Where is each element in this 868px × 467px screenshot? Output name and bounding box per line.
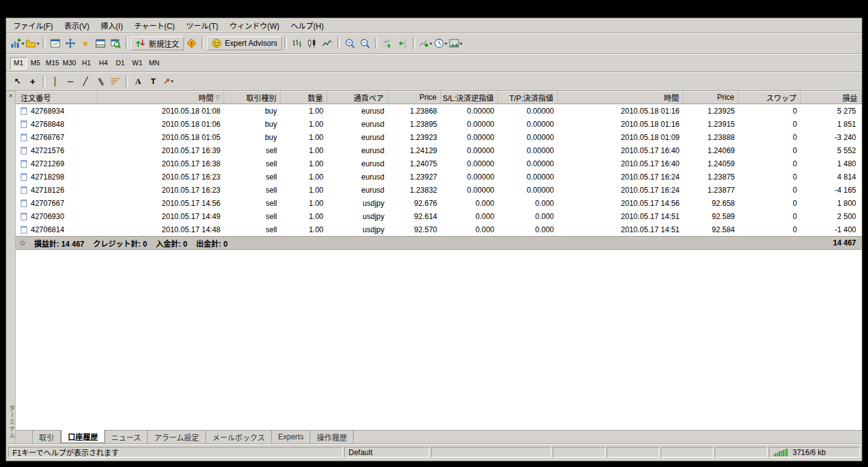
indicators-button[interactable]: ▾	[418, 36, 433, 50]
timeframe-button[interactable]: W1	[129, 57, 146, 69]
new-chart-button[interactable]: ▾	[10, 36, 25, 50]
stop-loss: 0.000	[441, 212, 498, 221]
timeframe-button[interactable]: M1	[10, 57, 27, 69]
table-row[interactable]: 42718298 2010.05.17 16:23 sell 1.00 euru…	[16, 170, 862, 183]
menu-item[interactable]: 挿入(I)	[95, 18, 128, 33]
horizontal-line-button[interactable]: ─	[63, 75, 78, 89]
table-row[interactable]: 42768934 2010.05.18 01:08 buy 1.00 eurus…	[16, 104, 862, 117]
column-take-profit[interactable]: T/P:決済指値	[498, 91, 558, 104]
column-open-time[interactable]: 時間▽	[97, 91, 224, 104]
table-row[interactable]: 42768767 2010.05.18 01:05 buy 1.00 eurus…	[16, 131, 862, 144]
toolbar-separator	[202, 38, 204, 49]
zoom-in-button[interactable]	[342, 36, 357, 50]
symbol: eurusd	[327, 107, 388, 115]
column-symbol[interactable]: 通貨ペア	[327, 91, 388, 104]
open-time: 2010.05.17 16:38	[97, 159, 224, 168]
lot-size: 1.00	[281, 199, 327, 208]
text-button[interactable]: A	[131, 75, 146, 89]
timeframe-button[interactable]: M15	[44, 57, 61, 69]
cursor-icon: ↖	[14, 77, 21, 85]
terminal-grip: × ターミナル	[6, 91, 16, 443]
stop-loss: 0.00000	[441, 159, 498, 168]
expert-advisors-label: Expert Advisors	[225, 39, 277, 48]
timeframe-button[interactable]: MN	[146, 57, 163, 69]
zoom-out-icon	[360, 38, 370, 48]
zoom-out-button[interactable]	[357, 36, 372, 50]
menu-item[interactable]: ツール(T)	[180, 18, 224, 33]
vertical-line-button[interactable]: │	[48, 75, 63, 89]
column-type[interactable]: 取引種別	[224, 91, 281, 104]
terminal-tab[interactable]: Experts	[272, 431, 311, 443]
metaeditor-button[interactable]: !	[184, 36, 199, 50]
column-swap[interactable]: スワップ	[739, 91, 801, 104]
candlestick-button[interactable]	[305, 36, 320, 50]
timeframe-button[interactable]: H1	[78, 57, 95, 69]
market-watch-button[interactable]	[48, 36, 63, 50]
column-profit[interactable]: 損益	[801, 91, 862, 104]
terminal-tab[interactable]: ニュース	[105, 431, 148, 443]
menu-item[interactable]: 表示(V)	[58, 18, 95, 33]
trendline-button[interactable]: ╱	[78, 75, 93, 89]
chart-shift-button[interactable]	[395, 36, 410, 50]
periods-button[interactable]: ▾	[433, 36, 448, 50]
metaeditor-icon: !	[187, 38, 197, 48]
bar-chart-button[interactable]	[290, 36, 305, 50]
menu-item[interactable]: ファイル(F)	[8, 18, 58, 33]
terminal-tab[interactable]: メールボックス	[206, 431, 272, 443]
new-order-button[interactable]: 新規注文	[131, 36, 184, 50]
order-number: 42721269	[31, 159, 64, 168]
table-row[interactable]: 42706814 2010.05.17 14:48 sell 1.00 usdj…	[16, 223, 862, 236]
column-size[interactable]: 数量	[281, 91, 327, 104]
menu-item[interactable]: チャート(C)	[129, 18, 181, 33]
status-profile[interactable]: Default	[344, 447, 430, 458]
data-window-icon	[65, 38, 75, 48]
table-row[interactable]: 42721269 2010.05.17 16:38 sell 1.00 euru…	[16, 157, 862, 170]
withdrawal-label: 出金計: 0	[196, 238, 227, 249]
menu-item[interactable]: ウィンドウ(W)	[224, 18, 285, 33]
timeframe-button[interactable]: H4	[95, 57, 112, 69]
table-row[interactable]: 42768848 2010.05.18 01:06 buy 1.00 eurus…	[16, 117, 862, 131]
symbol: usdjpy	[327, 212, 388, 221]
column-close-time[interactable]: 時間	[558, 91, 683, 104]
trade-type: sell	[224, 212, 281, 221]
arrows-button[interactable]: ↗ ▾	[161, 75, 176, 89]
timeframe-button[interactable]: D1	[112, 57, 129, 69]
templates-button[interactable]: ▾	[448, 36, 463, 50]
column-stop-loss[interactable]: S/L:決済逆指値	[441, 91, 498, 104]
expert-advisors-button[interactable]: Expert Advisors	[207, 36, 282, 50]
timeframe-button[interactable]: M5	[27, 57, 44, 69]
summary-icon: ⊙	[19, 239, 25, 247]
auto-scroll-button[interactable]	[380, 36, 395, 50]
menu-item[interactable]: ヘルプ(H)	[285, 18, 330, 33]
table-row[interactable]: 42721576 2010.05.17 16:39 sell 1.00 euru…	[16, 144, 862, 157]
terminal-tab[interactable]: アラーム設定	[148, 431, 206, 443]
crosshair-button[interactable]: +	[25, 75, 40, 89]
terminal-close-button[interactable]: ×	[7, 92, 14, 100]
text-label-button[interactable]: T	[146, 75, 161, 89]
table-row[interactable]: 42706930 2010.05.17 14:49 sell 1.00 usdj…	[16, 210, 862, 223]
terminal-button[interactable]	[93, 36, 108, 50]
terminal-tab[interactable]: 取引	[32, 431, 61, 443]
terminal-tab[interactable]: 口座履歴	[61, 430, 105, 443]
table-row[interactable]: 42707667 2010.05.17 14:56 sell 1.00 usdj…	[16, 196, 862, 210]
arrow-tool-icon: ↗	[163, 77, 170, 85]
profiles-button[interactable]: ▾	[25, 36, 40, 50]
column-close-price[interactable]: Price	[683, 91, 739, 104]
column-order[interactable]: 注文番号	[16, 91, 97, 104]
navigator-button[interactable]: ★	[78, 36, 93, 50]
data-window-button[interactable]	[63, 36, 78, 50]
terminal-tab[interactable]: 操作履歴	[310, 431, 354, 443]
table-row[interactable]: 42718126 2010.05.17 16:23 sell 1.00 euru…	[16, 183, 862, 196]
timeframe-button[interactable]: M30	[61, 57, 78, 69]
channel-button[interactable]: ∥	[93, 75, 108, 89]
table-header: 注文番号 時間▽ 取引種別 数量 通貨ペア Price S/L:決済逆指値 T/…	[16, 91, 862, 104]
column-open-price[interactable]: Price	[388, 91, 441, 104]
fibonacci-button[interactable]	[108, 75, 123, 89]
strategy-tester-button[interactable]	[108, 36, 123, 50]
cursor-button[interactable]: ↖	[10, 75, 25, 89]
order-doc-icon	[21, 147, 27, 154]
total-profit-label: 損益計: 14 467	[34, 238, 84, 249]
line-chart-button[interactable]	[320, 36, 335, 50]
strategy-tester-icon	[111, 38, 121, 48]
auto-scroll-icon	[382, 38, 393, 48]
